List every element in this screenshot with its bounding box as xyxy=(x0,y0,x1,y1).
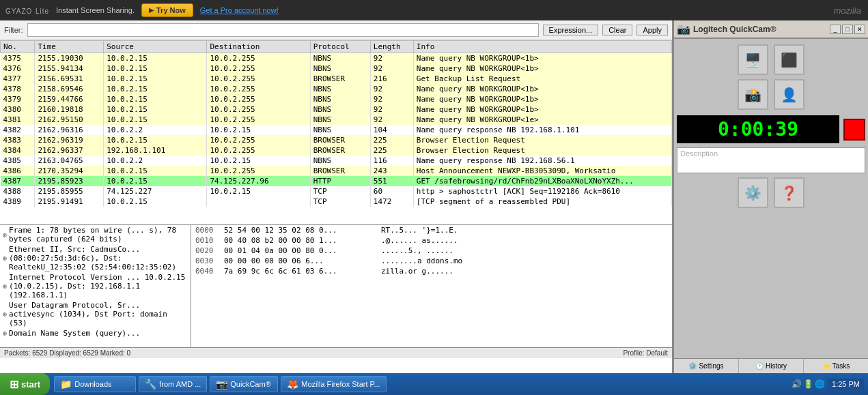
logitech-content: 🖥️ ⬛ 📸 👤 0:00:39 Description xyxy=(674,39,868,358)
main-area: Filter: Expression... Clear Apply No. Ti… xyxy=(0,20,868,373)
try-now-button[interactable]: Try Now xyxy=(141,3,193,17)
mozilla-text: mozilla xyxy=(834,5,861,16)
table-row[interactable]: 43872195.8592310.0.2.1574.125.227.96HTTP… xyxy=(1,176,672,186)
camera-icon-btn[interactable]: 🖥️ xyxy=(738,44,768,75)
decode-item[interactable]: ⊕Domain Name System (query)... xyxy=(0,328,191,338)
taskbar-item-amd[interactable]: 🔧 from AMD ... xyxy=(139,376,207,392)
gyazo-bar: GYAZO Lite Instant Screen Sharing. Try N… xyxy=(0,0,868,20)
clear-button[interactable]: Clear xyxy=(602,25,632,35)
logitech-header: 📷 Logitech QuickCam® _ □ ✕ xyxy=(674,20,868,39)
filter-input[interactable] xyxy=(27,23,539,37)
settings-tab-label: Settings xyxy=(699,362,723,370)
taskbar-right: 🔊 🔋 🌐 1:25 PM xyxy=(792,379,868,390)
decode-item[interactable]: ⊕Ethernet II, Src: CadmusCo... (08:00:27… xyxy=(0,244,191,272)
filter-label: Filter: xyxy=(4,26,23,34)
minimize-button[interactable]: _ xyxy=(830,25,841,34)
start-label: start xyxy=(21,379,40,390)
amd-icon: 🔧 xyxy=(145,379,156,390)
table-row[interactable]: 43782158.6954610.0.2.1510.0.2.255NBNS92N… xyxy=(1,84,672,94)
col-len: Length xyxy=(370,41,413,53)
hex-row: 002000 01 04 0a 00 00 80 0.........5., .… xyxy=(191,246,672,256)
gyazo-logo: GYAZO Lite xyxy=(5,5,49,16)
settings-tab-icon: ⚙️ xyxy=(688,362,697,370)
table-row[interactable]: 43832162.9631910.0.2.1510.0.2.255BROWSER… xyxy=(1,135,672,145)
bottom-panels: ⊕Frame 1: 78 bytes on wire (... s), 78 b… xyxy=(0,224,672,347)
firefox-label: Mozilla Firefox Start P... xyxy=(301,380,380,388)
col-proto: Protocol xyxy=(310,41,370,53)
logitech-tabs: ⚙️ Settings 🕐 History ⭐ Tasks xyxy=(674,358,868,373)
downloads-icon: 📁 xyxy=(60,379,72,390)
decode-list: ⊕Frame 1: 78 bytes on wire (... s), 78 b… xyxy=(0,225,191,338)
sys-tray: 🔊 🔋 🌐 xyxy=(792,379,825,389)
table-row[interactable]: 43892195.9149110.0.2.15TCP1472[TCP segme… xyxy=(1,196,672,207)
status-profile: Profile: Default xyxy=(623,349,668,357)
video-icon-btn[interactable]: 👤 xyxy=(774,79,804,110)
packet-table-container: No. Time Source Destination Protocol Len… xyxy=(0,40,672,224)
table-row[interactable]: 43822162.9631610.0.2.210.0.2.15NBNS104Na… xyxy=(1,125,672,135)
logitech-title: Logitech QuickCam® xyxy=(693,25,776,34)
taskbar-item-firefox[interactable]: 🦊 Mozilla Firefox Start P... xyxy=(281,376,386,392)
maximize-button[interactable]: □ xyxy=(842,25,853,34)
logitech-panel: 📷 Logitech QuickCam® _ □ ✕ 🖥️ ⬛ xyxy=(673,20,868,373)
quickcam-icon: 📷 xyxy=(216,379,227,390)
decode-item[interactable]: ⊕Frame 1: 78 bytes on wire (... s), 78 b… xyxy=(0,225,191,244)
clock: 1:25 PM xyxy=(828,379,864,390)
window-controls: _ □ ✕ xyxy=(830,25,865,34)
col-src: Source xyxy=(104,41,207,53)
taskbar: ⊞ start 📁 Downloads 🔧 from AMD ... 📷 Qui… xyxy=(0,373,868,395)
stop-button[interactable] xyxy=(843,119,865,141)
col-dst: Destination xyxy=(207,41,310,53)
table-row[interactable]: 43862170.3529410.0.2.1510.0.2.255BROWSER… xyxy=(1,166,672,176)
col-no: No. xyxy=(1,41,35,53)
firefox-icon: 🦊 xyxy=(287,379,298,390)
tasks-tab-icon: ⭐ xyxy=(822,362,830,370)
col-info: Info xyxy=(413,41,671,53)
amd-label: from AMD ... xyxy=(159,380,201,388)
tasks-tab[interactable]: ⭐ Tasks xyxy=(804,359,868,373)
packet-tbody: 43752155.1903010.0.2.1510.0.2.255NBNS92N… xyxy=(1,53,672,207)
settings-icon-btn[interactable]: ⚙️ xyxy=(738,177,768,208)
hex-row: 001000 40 08 b2 00 00 80 1....@...... as… xyxy=(191,235,672,246)
table-row[interactable]: 43792159.4476610.0.2.1510.0.2.255NBNS92N… xyxy=(1,94,672,104)
timer-display: 0:00:39 xyxy=(677,115,839,143)
hex-row: 000052 54 00 12 35 02 08 0...RT..5... '}… xyxy=(191,225,672,235)
decode-item[interactable]: ⊕User Datagram Protocol, Sr... activesyn… xyxy=(0,300,191,328)
table-row[interactable]: 43882195.8595574.125.22710.0.2.15TCP60ht… xyxy=(1,186,672,196)
hex-row: 00407a 69 9c 6c 6c 61 03 6...zilla.or g.… xyxy=(191,266,672,276)
filter-bar: Filter: Expression... Clear Apply xyxy=(0,20,672,40)
status-packets: Packets: 6529 Displayed: 6529 Marked: 0 xyxy=(4,349,130,357)
decode-item[interactable]: ⊕Internet Protocol Version ... 10.0.2.15… xyxy=(0,272,191,300)
decode-panel: ⊕Frame 1: 78 bytes on wire (... s), 78 b… xyxy=(0,225,191,347)
taskbar-item-quickcam[interactable]: 📷 QuickCam® xyxy=(210,376,278,392)
hex-row: 003000 00 00 00 00 06 6...........a ddon… xyxy=(191,256,672,266)
hex-panel: 000052 54 00 12 35 02 08 0...RT..5... '}… xyxy=(191,225,672,347)
table-row[interactable]: 43842162.96337192.168.1.10110.0.2.255BRO… xyxy=(1,145,672,156)
capture-icon-btn[interactable]: 📸 xyxy=(738,79,768,110)
start-logo: ⊞ xyxy=(10,378,18,391)
close-button[interactable]: ✕ xyxy=(854,25,865,34)
icon-row-1: 🖥️ ⬛ xyxy=(738,44,804,75)
hex-list: 000052 54 00 12 35 02 08 0...RT..5... '}… xyxy=(191,225,672,276)
description-box: Description xyxy=(677,147,865,173)
apply-button[interactable]: Apply xyxy=(636,25,668,35)
help-icon-btn[interactable]: ❓ xyxy=(774,177,804,208)
quickcam-label: QuickCam® xyxy=(230,380,270,388)
history-tab[interactable]: 🕐 History xyxy=(739,359,804,373)
gyazo-tagline: Instant Screen Sharing. xyxy=(56,6,135,14)
table-row[interactable]: 43762155.9413410.0.2.1510.0.2.255NBNS92N… xyxy=(1,63,672,74)
tasks-tab-label: Tasks xyxy=(832,362,850,370)
table-row[interactable]: 43772156.6953110.0.2.1510.0.2.255BROWSER… xyxy=(1,74,672,84)
table-row[interactable]: 43802160.1981810.0.2.1510.0.2.255NBNS92N… xyxy=(1,104,672,115)
table-row[interactable]: 43812162.9515010.0.2.1510.0.2.255NBNS92N… xyxy=(1,115,672,125)
table-row[interactable]: 43852163.0476510.0.2.210.0.2.15NBNS116Na… xyxy=(1,156,672,166)
timer-row: 0:00:39 xyxy=(677,115,865,143)
settings-tab[interactable]: ⚙️ Settings xyxy=(674,359,739,373)
col-time: Time xyxy=(35,41,104,53)
table-row[interactable]: 43752155.1903010.0.2.1510.0.2.255NBNS92N… xyxy=(1,53,672,64)
downloads-label: Downloads xyxy=(74,380,111,388)
pro-account-link[interactable]: Get a Pro account now! xyxy=(200,6,279,14)
expression-button[interactable]: Expression... xyxy=(543,25,599,35)
start-button[interactable]: ⊞ start xyxy=(0,373,50,395)
monitor-icon-btn[interactable]: ⬛ xyxy=(774,44,804,75)
taskbar-item-downloads[interactable]: 📁 Downloads xyxy=(54,376,136,392)
